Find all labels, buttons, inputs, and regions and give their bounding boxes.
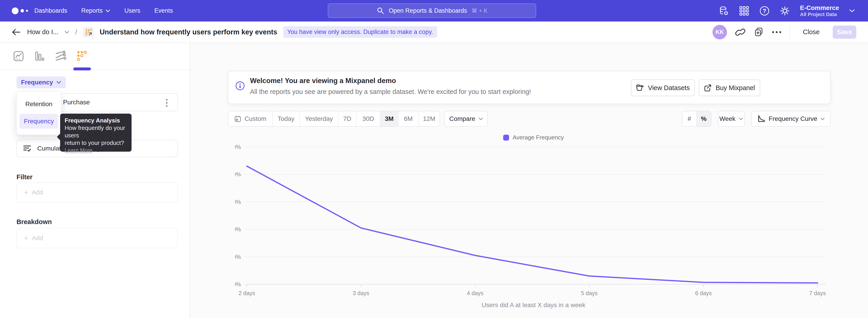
data-management-icon[interactable] <box>719 6 729 16</box>
filter-add-button[interactable]: +Add <box>17 182 178 202</box>
frequency-chart[interactable]: 0%10%20%30%40%50%2 days3 days4 days5 day… <box>235 140 832 301</box>
svg-text:30%: 30% <box>235 199 241 205</box>
page-title: Understand how frequently users perform … <box>100 28 277 36</box>
list-check-icon <box>23 144 31 152</box>
legend-swatch <box>503 135 509 141</box>
plus-icon: + <box>24 234 28 242</box>
svg-text:6 days: 6 days <box>695 290 712 296</box>
date-range-picker: Custom Today Yesterday 7D 30D 3M 6M 12M <box>228 111 440 127</box>
close-button[interactable]: Close <box>798 26 825 38</box>
calendar-icon <box>234 115 241 122</box>
top-nav-right: ? E-Commerce All Project Data <box>719 0 855 22</box>
nav-users[interactable]: Users <box>124 7 141 14</box>
range-6m[interactable]: 6M <box>399 111 418 126</box>
svg-text:5 days: 5 days <box>581 290 598 296</box>
help-icon[interactable]: ? <box>759 6 770 16</box>
tab-flows[interactable] <box>55 50 66 62</box>
svg-text:2 days: 2 days <box>239 290 255 296</box>
chevron-down-icon <box>56 81 61 84</box>
save-button[interactable]: Save <box>833 26 856 39</box>
breakdown-heading: Breakdown <box>17 218 52 226</box>
frequency-curve-icon <box>757 115 766 123</box>
apps-grid-icon[interactable] <box>739 6 749 16</box>
compare-button[interactable]: Compare <box>444 111 488 127</box>
back-arrow-icon[interactable] <box>11 28 21 36</box>
tab-retention-active[interactable] <box>76 50 88 62</box>
active-tab-indicator <box>73 67 91 70</box>
count-toggle[interactable]: # <box>682 111 697 126</box>
copy-link-icon[interactable] <box>735 27 745 37</box>
banner-title: Welcome! You are viewing a Mixpanel demo <box>250 77 396 85</box>
legend-label: Average Frequency <box>513 134 564 141</box>
chevron-down-icon <box>820 117 825 120</box>
filter-heading: Filter <box>17 173 33 181</box>
percent-toggle[interactable]: % <box>697 111 711 126</box>
tooltip-title: Frequency Analysis <box>65 117 127 124</box>
more-actions-button[interactable] <box>772 27 781 37</box>
chart-legend[interactable]: Average Frequency <box>235 134 832 141</box>
range-yesterday[interactable]: Yesterday <box>300 111 338 126</box>
view-datasets-button[interactable]: View Datasets <box>631 80 694 96</box>
event-kebab-menu[interactable] <box>162 98 171 108</box>
chevron-down-icon <box>478 117 483 120</box>
query-sidebar: Frequency Purchase Cumulative Frequency … <box>0 43 190 318</box>
svg-text:3 days: 3 days <box>352 290 369 296</box>
project-switcher[interactable]: E-Commerce All Project Data <box>800 4 839 17</box>
global-search-input[interactable]: Open Reports & Dashboards ⌘ + K <box>328 3 536 18</box>
search-icon <box>377 7 384 15</box>
search-placeholder: Open Reports & Dashboards <box>389 7 467 14</box>
report-main: Welcome! You are viewing a Mixpanel demo… <box>191 43 868 318</box>
range-12m[interactable]: 12M <box>418 111 440 126</box>
search-shortcut: ⌘ + K <box>471 7 487 14</box>
chevron-down-icon <box>739 117 743 120</box>
chart-type-dropdown[interactable]: Frequency Curve <box>751 111 831 127</box>
dropdown-item-frequency[interactable]: Frequency <box>20 114 58 129</box>
plus-icon: + <box>24 189 28 196</box>
svg-text:7 days: 7 days <box>809 290 826 296</box>
buy-mixpanel-button[interactable]: Buy Mixpanel <box>699 80 760 96</box>
measurement-dropdown-menu: Retention Frequency <box>17 91 61 135</box>
project-name: E-Commerce <box>800 4 839 11</box>
range-3m-active[interactable]: 3M <box>380 111 399 126</box>
demo-banner: Welcome! You are viewing a Mixpanel demo… <box>228 71 831 104</box>
value-format-toggle: # % <box>682 111 711 127</box>
range-7d[interactable]: 7D <box>338 111 356 126</box>
external-link-icon <box>704 84 712 92</box>
duplicate-icon[interactable] <box>754 27 764 37</box>
learn-more-link[interactable]: Learn More <box>65 147 127 154</box>
breadcrumb-separator: / <box>75 28 77 36</box>
svg-text:10%: 10% <box>235 254 241 260</box>
svg-text:20%: 20% <box>235 226 241 232</box>
avatar[interactable]: KK <box>712 25 727 39</box>
info-icon <box>235 81 245 91</box>
frequency-tooltip: Frequency Analysis How frequently do you… <box>60 114 131 152</box>
banner-subtitle: All the reports you see are powered by a… <box>250 88 531 95</box>
range-custom[interactable]: Custom <box>228 111 273 126</box>
svg-text:40%: 40% <box>235 171 241 177</box>
nav-reports[interactable]: Reports <box>81 7 111 14</box>
top-navbar: Dashboards Reports Users Events Open Rep… <box>0 0 868 22</box>
range-30d[interactable]: 30D <box>356 111 380 126</box>
dropdown-item-retention[interactable]: Retention <box>20 97 58 112</box>
measurement-dropdown-trigger[interactable]: Frequency <box>17 77 66 88</box>
tab-insights[interactable] <box>13 50 24 62</box>
breadcrumb[interactable]: How do I... <box>27 28 59 36</box>
settings-gear-icon[interactable] <box>780 6 790 16</box>
chevron-down-icon <box>849 9 855 13</box>
nav-events[interactable]: Events <box>154 7 173 14</box>
chevron-down-icon <box>105 9 110 12</box>
breakdown-add-button[interactable]: +Add <box>17 228 178 248</box>
mixpanel-logo-icon[interactable] <box>12 0 28 22</box>
nav-dashboards[interactable]: Dashboards <box>34 7 67 14</box>
project-subtitle: All Project Data <box>800 11 839 17</box>
primary-nav: Dashboards Reports Users Events <box>34 0 173 22</box>
chart-caption: Users did A at least X days in a week <box>235 301 832 309</box>
tab-funnels[interactable] <box>34 50 45 62</box>
report-header: How do I... / Understand how frequently … <box>0 22 868 43</box>
view-only-notice[interactable]: You have view only access. Duplicate to … <box>283 26 437 38</box>
range-today[interactable]: Today <box>273 111 300 126</box>
chevron-down-icon[interactable] <box>64 31 69 34</box>
svg-text:0%: 0% <box>235 281 241 287</box>
interval-dropdown[interactable]: Week <box>718 111 745 127</box>
svg-text:?: ? <box>763 7 766 14</box>
